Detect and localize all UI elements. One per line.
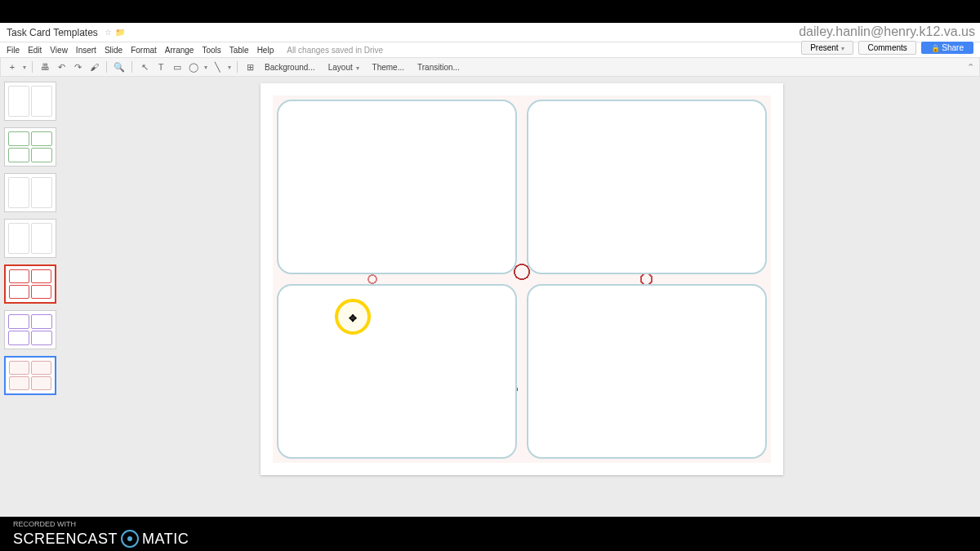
expand-toolbar-icon[interactable]: ⌃ xyxy=(967,62,974,73)
document-title[interactable]: Task Card Templates xyxy=(7,27,98,38)
comments-button[interactable]: Comments xyxy=(858,41,915,55)
transition-button[interactable]: Transition... xyxy=(412,61,465,73)
paint-format-icon[interactable]: 🖌 xyxy=(87,60,100,73)
theme-button[interactable]: Theme... xyxy=(368,61,409,73)
recorded-with-label: RECORDED WITH xyxy=(13,520,189,528)
menu-tools[interactable]: Tools xyxy=(202,46,220,55)
top-right-buttons: dailey.hanlin@henry.k12.va.us xyxy=(799,24,975,39)
screencast-watermark: RECORDED WITH SCREENCAST MATIC xyxy=(0,517,202,551)
redo-icon[interactable]: ↷ xyxy=(71,60,84,73)
separator xyxy=(131,61,132,73)
slide-thumbnail-3[interactable] xyxy=(4,173,56,212)
google-slides-app: Task Card Templates ☆ 📁 dailey.hanlin@he… xyxy=(0,23,980,517)
brand-text-pre: SCREENCAST xyxy=(13,531,118,548)
separator xyxy=(32,61,33,73)
toolbar: +▾ 🖶 ↶ ↷ 🖌 🔍 ↖ T ▭ ◯▾ ╲▾ ⊞ Background...… xyxy=(0,57,980,77)
separator xyxy=(106,61,107,73)
menu-file[interactable]: File xyxy=(7,46,20,55)
share-button[interactable]: Share xyxy=(921,42,973,54)
zoom-icon[interactable]: 🔍 xyxy=(113,60,126,73)
card-grid xyxy=(277,100,767,459)
present-button[interactable]: Present ▾ xyxy=(801,41,853,55)
canvas-area[interactable]: ✥ xyxy=(64,77,980,517)
slide-thumbnail-4[interactable] xyxy=(4,219,56,258)
workspace: ✥ xyxy=(0,77,980,517)
menu-help[interactable]: Help xyxy=(257,46,274,55)
task-card-2[interactable] xyxy=(527,100,767,274)
menu-table[interactable]: Table xyxy=(229,46,249,55)
slide-thumbnail-7[interactable] xyxy=(4,356,56,395)
slide-thumbnail-1[interactable] xyxy=(4,82,56,121)
dropdown-icon[interactable]: ▾ xyxy=(204,64,207,71)
slide-thumbnail-5[interactable] xyxy=(4,264,56,304)
brand-text-post: MATIC xyxy=(142,531,189,548)
line-icon[interactable]: ╲ xyxy=(211,60,224,73)
menu-format[interactable]: Format xyxy=(131,46,157,55)
menu-arrange[interactable]: Arrange xyxy=(165,46,194,55)
thumbnail-panel xyxy=(0,77,64,517)
slide-canvas[interactable] xyxy=(261,83,783,475)
folder-icon[interactable]: 📁 xyxy=(115,28,125,37)
dropdown-icon[interactable]: ▾ xyxy=(228,64,231,71)
menu-insert[interactable]: Insert xyxy=(76,46,96,55)
title-icon-group: ☆ 📁 xyxy=(105,28,125,37)
slide-thumbnail-6[interactable] xyxy=(4,310,56,349)
comment-icon[interactable]: ⊞ xyxy=(243,60,256,73)
print-icon[interactable]: 🖶 xyxy=(38,60,51,73)
slide-thumbnail-2[interactable] xyxy=(4,127,56,167)
move-cursor-icon: ✥ xyxy=(349,313,357,324)
task-card-1[interactable] xyxy=(277,100,517,274)
layout-button[interactable]: Layout ▾ xyxy=(323,61,364,73)
separator xyxy=(237,61,238,73)
background-button[interactable]: Background... xyxy=(260,61,320,73)
menu-edit[interactable]: Edit xyxy=(28,46,42,55)
save-status: All changes saved in Drive xyxy=(287,46,383,55)
star-icon[interactable]: ☆ xyxy=(105,28,112,37)
dropdown-icon[interactable]: ▾ xyxy=(23,64,26,71)
task-card-4[interactable] xyxy=(527,284,767,459)
task-card-3[interactable] xyxy=(277,284,517,459)
user-email: dailey.hanlin@henry.k12.va.us xyxy=(799,24,975,39)
screencastomatic-logo: SCREENCAST MATIC xyxy=(13,530,189,548)
select-icon[interactable]: ↖ xyxy=(138,60,151,73)
menu-slide[interactable]: Slide xyxy=(105,46,122,55)
undo-icon[interactable]: ↶ xyxy=(55,60,68,73)
title-bar: Task Card Templates ☆ 📁 dailey.hanlin@he… xyxy=(0,23,980,42)
shape-icon[interactable]: ◯ xyxy=(187,60,200,73)
new-slide-button[interactable]: + xyxy=(6,60,19,73)
menu-view[interactable]: View xyxy=(50,46,68,55)
brand-o-icon xyxy=(121,530,139,548)
textbox-icon[interactable]: T xyxy=(154,60,167,73)
image-icon[interactable]: ▭ xyxy=(171,60,184,73)
